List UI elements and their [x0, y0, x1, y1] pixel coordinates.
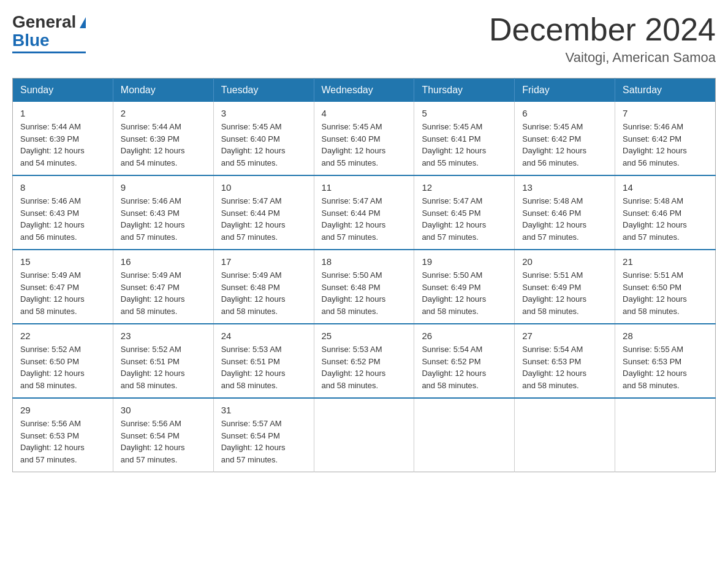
- calendar-cell: 10Sunrise: 5:47 AMSunset: 6:44 PMDayligh…: [213, 175, 314, 250]
- calendar-cell: 24Sunrise: 5:53 AMSunset: 6:51 PMDayligh…: [213, 324, 314, 398]
- day-info: Sunrise: 5:51 AMSunset: 6:49 PMDaylight:…: [522, 269, 607, 317]
- day-info: Sunrise: 5:46 AMSunset: 6:42 PMDaylight:…: [623, 121, 708, 169]
- logo-triangle-icon: [80, 17, 86, 28]
- calendar-cell: 23Sunrise: 5:52 AMSunset: 6:51 PMDayligh…: [113, 324, 213, 398]
- day-info: Sunrise: 5:46 AMSunset: 6:43 PMDaylight:…: [121, 195, 206, 243]
- logo-blue-text: Blue: [12, 31, 50, 50]
- calendar-cell: 19Sunrise: 5:50 AMSunset: 6:49 PMDayligh…: [414, 250, 515, 324]
- day-info: Sunrise: 5:56 AMSunset: 6:53 PMDaylight:…: [20, 418, 105, 465]
- week-row-2: 8Sunrise: 5:46 AMSunset: 6:43 PMDaylight…: [13, 175, 716, 250]
- day-number: 2: [121, 108, 206, 118]
- day-info: Sunrise: 5:45 AMSunset: 6:42 PMDaylight:…: [522, 121, 607, 169]
- calendar-cell: [414, 398, 515, 472]
- month-title: December 2024: [489, 12, 716, 47]
- calendar-cell: 17Sunrise: 5:49 AMSunset: 6:48 PMDayligh…: [213, 250, 314, 324]
- day-number: 27: [522, 331, 607, 341]
- day-info: Sunrise: 5:50 AMSunset: 6:48 PMDaylight:…: [322, 269, 407, 317]
- day-info: Sunrise: 5:52 AMSunset: 6:51 PMDaylight:…: [121, 343, 206, 391]
- day-number: 21: [623, 256, 708, 267]
- calendar-cell: 28Sunrise: 5:55 AMSunset: 6:53 PMDayligh…: [615, 324, 716, 398]
- day-number: 24: [221, 331, 306, 341]
- calendar-cell: 29Sunrise: 5:56 AMSunset: 6:53 PMDayligh…: [13, 398, 113, 472]
- day-info: Sunrise: 5:52 AMSunset: 6:50 PMDaylight:…: [20, 343, 105, 391]
- calendar-cell: 12Sunrise: 5:47 AMSunset: 6:45 PMDayligh…: [414, 175, 515, 250]
- calendar-cell: 7Sunrise: 5:46 AMSunset: 6:42 PMDaylight…: [615, 102, 716, 175]
- calendar-cell: [615, 398, 716, 472]
- calendar-cell: 30Sunrise: 5:56 AMSunset: 6:54 PMDayligh…: [113, 398, 213, 472]
- day-info: Sunrise: 5:47 AMSunset: 6:45 PMDaylight:…: [422, 195, 507, 243]
- col-header-wednesday: Wednesday: [314, 79, 414, 102]
- day-info: Sunrise: 5:53 AMSunset: 6:52 PMDaylight:…: [322, 343, 407, 391]
- calendar-cell: 31Sunrise: 5:57 AMSunset: 6:54 PMDayligh…: [213, 398, 314, 472]
- calendar-cell: 4Sunrise: 5:45 AMSunset: 6:40 PMDaylight…: [314, 102, 414, 175]
- day-number: 19: [422, 256, 507, 267]
- day-info: Sunrise: 5:48 AMSunset: 6:46 PMDaylight:…: [623, 195, 708, 243]
- day-number: 20: [522, 256, 607, 267]
- day-info: Sunrise: 5:47 AMSunset: 6:44 PMDaylight:…: [322, 195, 407, 243]
- calendar-cell: 1Sunrise: 5:44 AMSunset: 6:39 PMDaylight…: [13, 102, 113, 175]
- day-number: 3: [221, 108, 306, 118]
- day-info: Sunrise: 5:45 AMSunset: 6:40 PMDaylight:…: [322, 121, 407, 169]
- location-subtitle: Vaitogi, American Samoa: [489, 50, 716, 66]
- day-info: Sunrise: 5:44 AMSunset: 6:39 PMDaylight:…: [20, 121, 105, 169]
- calendar-table: SundayMondayTuesdayWednesdayThursdayFrid…: [12, 78, 716, 472]
- day-info: Sunrise: 5:47 AMSunset: 6:44 PMDaylight:…: [221, 195, 306, 243]
- day-info: Sunrise: 5:45 AMSunset: 6:41 PMDaylight:…: [422, 121, 507, 169]
- week-row-3: 15Sunrise: 5:49 AMSunset: 6:47 PMDayligh…: [13, 250, 716, 324]
- day-number: 15: [20, 256, 105, 267]
- calendar-cell: 5Sunrise: 5:45 AMSunset: 6:41 PMDaylight…: [414, 102, 515, 175]
- day-info: Sunrise: 5:46 AMSunset: 6:43 PMDaylight:…: [20, 195, 105, 243]
- calendar-cell: 9Sunrise: 5:46 AMSunset: 6:43 PMDaylight…: [113, 175, 213, 250]
- calendar-cell: 2Sunrise: 5:44 AMSunset: 6:39 PMDaylight…: [113, 102, 213, 175]
- day-number: 23: [121, 331, 206, 341]
- day-info: Sunrise: 5:49 AMSunset: 6:48 PMDaylight:…: [221, 269, 306, 317]
- day-number: 9: [121, 182, 206, 193]
- calendar-cell: 22Sunrise: 5:52 AMSunset: 6:50 PMDayligh…: [13, 324, 113, 398]
- logo-general-text: General: [12, 12, 76, 32]
- calendar-cell: 20Sunrise: 5:51 AMSunset: 6:49 PMDayligh…: [515, 250, 615, 324]
- day-info: Sunrise: 5:49 AMSunset: 6:47 PMDaylight:…: [121, 269, 206, 317]
- calendar-cell: 6Sunrise: 5:45 AMSunset: 6:42 PMDaylight…: [515, 102, 615, 175]
- day-info: Sunrise: 5:51 AMSunset: 6:50 PMDaylight:…: [623, 269, 708, 317]
- calendar-cell: 16Sunrise: 5:49 AMSunset: 6:47 PMDayligh…: [113, 250, 213, 324]
- week-row-5: 29Sunrise: 5:56 AMSunset: 6:53 PMDayligh…: [13, 398, 716, 472]
- calendar-cell: 18Sunrise: 5:50 AMSunset: 6:48 PMDayligh…: [314, 250, 414, 324]
- day-info: Sunrise: 5:50 AMSunset: 6:49 PMDaylight:…: [422, 269, 507, 317]
- day-info: Sunrise: 5:49 AMSunset: 6:47 PMDaylight:…: [20, 269, 105, 317]
- day-info: Sunrise: 5:45 AMSunset: 6:40 PMDaylight:…: [221, 121, 306, 169]
- day-info: Sunrise: 5:48 AMSunset: 6:46 PMDaylight:…: [522, 195, 607, 243]
- calendar-cell: [515, 398, 615, 472]
- calendar-cell: 25Sunrise: 5:53 AMSunset: 6:52 PMDayligh…: [314, 324, 414, 398]
- day-info: Sunrise: 5:54 AMSunset: 6:52 PMDaylight:…: [422, 343, 507, 391]
- day-number: 12: [422, 182, 507, 193]
- logo-underline: [12, 52, 86, 53]
- day-number: 8: [20, 182, 105, 193]
- calendar-cell: 13Sunrise: 5:48 AMSunset: 6:46 PMDayligh…: [515, 175, 615, 250]
- day-number: 6: [522, 108, 607, 118]
- calendar-cell: 8Sunrise: 5:46 AMSunset: 6:43 PMDaylight…: [13, 175, 113, 250]
- calendar-cell: 21Sunrise: 5:51 AMSunset: 6:50 PMDayligh…: [615, 250, 716, 324]
- day-info: Sunrise: 5:55 AMSunset: 6:53 PMDaylight:…: [623, 343, 708, 391]
- day-number: 17: [221, 256, 306, 267]
- day-number: 11: [322, 182, 407, 193]
- calendar-header-row: SundayMondayTuesdayWednesdayThursdayFrid…: [13, 79, 716, 102]
- day-number: 16: [121, 256, 206, 267]
- logo: General Blue: [12, 12, 86, 53]
- calendar-cell: 11Sunrise: 5:47 AMSunset: 6:44 PMDayligh…: [314, 175, 414, 250]
- col-header-thursday: Thursday: [414, 79, 515, 102]
- day-number: 30: [121, 405, 206, 415]
- day-number: 28: [623, 331, 708, 341]
- day-number: 18: [322, 256, 407, 267]
- col-header-friday: Friday: [515, 79, 615, 102]
- calendar-cell: 26Sunrise: 5:54 AMSunset: 6:52 PMDayligh…: [414, 324, 515, 398]
- calendar-cell: 27Sunrise: 5:54 AMSunset: 6:53 PMDayligh…: [515, 324, 615, 398]
- day-number: 5: [422, 108, 507, 118]
- calendar-cell: [314, 398, 414, 472]
- week-row-4: 22Sunrise: 5:52 AMSunset: 6:50 PMDayligh…: [13, 324, 716, 398]
- calendar-cell: 3Sunrise: 5:45 AMSunset: 6:40 PMDaylight…: [213, 102, 314, 175]
- day-number: 13: [522, 182, 607, 193]
- day-number: 26: [422, 331, 507, 341]
- day-info: Sunrise: 5:54 AMSunset: 6:53 PMDaylight:…: [522, 343, 607, 391]
- col-header-saturday: Saturday: [615, 79, 716, 102]
- col-header-tuesday: Tuesday: [213, 79, 314, 102]
